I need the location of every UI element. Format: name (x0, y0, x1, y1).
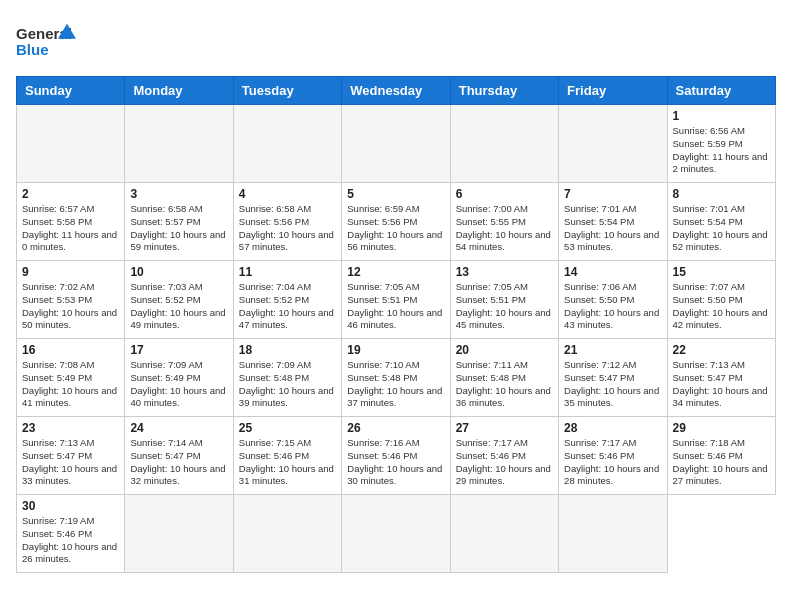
day-number: 28 (564, 421, 661, 435)
day-number: 29 (673, 421, 770, 435)
day-number: 11 (239, 265, 336, 279)
day-info: Sunrise: 7:06 AMSunset: 5:50 PMDaylight:… (564, 281, 661, 332)
day-number: 19 (347, 343, 444, 357)
svg-text:Blue: Blue (16, 41, 49, 58)
day-number: 13 (456, 265, 553, 279)
day-number: 15 (673, 265, 770, 279)
day-info: Sunrise: 7:08 AMSunset: 5:49 PMDaylight:… (22, 359, 119, 410)
weekday-header-friday: Friday (559, 77, 667, 105)
day-info: Sunrise: 6:56 AMSunset: 5:59 PMDaylight:… (673, 125, 770, 176)
calendar-cell (559, 105, 667, 183)
day-info: Sunrise: 7:13 AMSunset: 5:47 PMDaylight:… (22, 437, 119, 488)
day-number: 6 (456, 187, 553, 201)
day-info: Sunrise: 7:17 AMSunset: 5:46 PMDaylight:… (456, 437, 553, 488)
calendar-cell: 21Sunrise: 7:12 AMSunset: 5:47 PMDayligh… (559, 339, 667, 417)
day-info: Sunrise: 7:13 AMSunset: 5:47 PMDaylight:… (673, 359, 770, 410)
day-number: 30 (22, 499, 119, 513)
day-number: 26 (347, 421, 444, 435)
calendar-body: 1Sunrise: 6:56 AMSunset: 5:59 PMDaylight… (17, 105, 776, 573)
calendar-cell: 9Sunrise: 7:02 AMSunset: 5:53 PMDaylight… (17, 261, 125, 339)
calendar-row: 23Sunrise: 7:13 AMSunset: 5:47 PMDayligh… (17, 417, 776, 495)
page: General Blue SundayMondayTuesdayWednesda… (0, 0, 792, 589)
calendar-cell: 17Sunrise: 7:09 AMSunset: 5:49 PMDayligh… (125, 339, 233, 417)
day-info: Sunrise: 7:07 AMSunset: 5:50 PMDaylight:… (673, 281, 770, 332)
calendar-cell: 27Sunrise: 7:17 AMSunset: 5:46 PMDayligh… (450, 417, 558, 495)
weekday-header-monday: Monday (125, 77, 233, 105)
calendar-cell (125, 105, 233, 183)
day-number: 2 (22, 187, 119, 201)
calendar-cell (450, 105, 558, 183)
calendar-cell (17, 105, 125, 183)
calendar-cell: 1Sunrise: 6:56 AMSunset: 5:59 PMDaylight… (667, 105, 775, 183)
day-number: 4 (239, 187, 336, 201)
day-number: 20 (456, 343, 553, 357)
calendar-cell: 8Sunrise: 7:01 AMSunset: 5:54 PMDaylight… (667, 183, 775, 261)
calendar-cell: 6Sunrise: 7:00 AMSunset: 5:55 PMDaylight… (450, 183, 558, 261)
day-number: 12 (347, 265, 444, 279)
calendar-cell: 22Sunrise: 7:13 AMSunset: 5:47 PMDayligh… (667, 339, 775, 417)
day-number: 5 (347, 187, 444, 201)
day-number: 14 (564, 265, 661, 279)
calendar-cell: 13Sunrise: 7:05 AMSunset: 5:51 PMDayligh… (450, 261, 558, 339)
day-number: 22 (673, 343, 770, 357)
day-info: Sunrise: 7:05 AMSunset: 5:51 PMDaylight:… (347, 281, 444, 332)
day-number: 3 (130, 187, 227, 201)
day-info: Sunrise: 7:15 AMSunset: 5:46 PMDaylight:… (239, 437, 336, 488)
day-info: Sunrise: 7:09 AMSunset: 5:49 PMDaylight:… (130, 359, 227, 410)
calendar-cell: 29Sunrise: 7:18 AMSunset: 5:46 PMDayligh… (667, 417, 775, 495)
day-info: Sunrise: 7:01 AMSunset: 5:54 PMDaylight:… (564, 203, 661, 254)
day-number: 21 (564, 343, 661, 357)
calendar-row: 30Sunrise: 7:19 AMSunset: 5:46 PMDayligh… (17, 495, 776, 573)
day-number: 17 (130, 343, 227, 357)
calendar-cell: 23Sunrise: 7:13 AMSunset: 5:47 PMDayligh… (17, 417, 125, 495)
day-number: 10 (130, 265, 227, 279)
weekday-header-row: SundayMondayTuesdayWednesdayThursdayFrid… (17, 77, 776, 105)
header: General Blue (16, 16, 776, 66)
day-info: Sunrise: 6:58 AMSunset: 5:56 PMDaylight:… (239, 203, 336, 254)
calendar-cell: 25Sunrise: 7:15 AMSunset: 5:46 PMDayligh… (233, 417, 341, 495)
calendar-cell: 30Sunrise: 7:19 AMSunset: 5:46 PMDayligh… (17, 495, 125, 573)
day-number: 8 (673, 187, 770, 201)
day-info: Sunrise: 7:12 AMSunset: 5:47 PMDaylight:… (564, 359, 661, 410)
weekday-header-sunday: Sunday (17, 77, 125, 105)
calendar-cell: 20Sunrise: 7:11 AMSunset: 5:48 PMDayligh… (450, 339, 558, 417)
calendar-cell (125, 495, 233, 573)
calendar-cell: 11Sunrise: 7:04 AMSunset: 5:52 PMDayligh… (233, 261, 341, 339)
calendar-cell: 14Sunrise: 7:06 AMSunset: 5:50 PMDayligh… (559, 261, 667, 339)
day-info: Sunrise: 7:09 AMSunset: 5:48 PMDaylight:… (239, 359, 336, 410)
calendar-cell (233, 495, 341, 573)
day-info: Sunrise: 7:03 AMSunset: 5:52 PMDaylight:… (130, 281, 227, 332)
day-number: 25 (239, 421, 336, 435)
day-number: 9 (22, 265, 119, 279)
day-info: Sunrise: 7:14 AMSunset: 5:47 PMDaylight:… (130, 437, 227, 488)
calendar-row: 9Sunrise: 7:02 AMSunset: 5:53 PMDaylight… (17, 261, 776, 339)
calendar-cell: 18Sunrise: 7:09 AMSunset: 5:48 PMDayligh… (233, 339, 341, 417)
calendar-cell (342, 495, 450, 573)
calendar-row: 2Sunrise: 6:57 AMSunset: 5:58 PMDaylight… (17, 183, 776, 261)
calendar-cell: 24Sunrise: 7:14 AMSunset: 5:47 PMDayligh… (125, 417, 233, 495)
calendar-cell: 7Sunrise: 7:01 AMSunset: 5:54 PMDaylight… (559, 183, 667, 261)
day-info: Sunrise: 6:58 AMSunset: 5:57 PMDaylight:… (130, 203, 227, 254)
calendar-cell: 3Sunrise: 6:58 AMSunset: 5:57 PMDaylight… (125, 183, 233, 261)
logo-icon: General Blue (16, 16, 76, 66)
calendar-table: SundayMondayTuesdayWednesdayThursdayFrid… (16, 76, 776, 573)
day-info: Sunrise: 7:02 AMSunset: 5:53 PMDaylight:… (22, 281, 119, 332)
weekday-header-saturday: Saturday (667, 77, 775, 105)
calendar-row: 1Sunrise: 6:56 AMSunset: 5:59 PMDaylight… (17, 105, 776, 183)
calendar-cell (559, 495, 667, 573)
day-info: Sunrise: 7:18 AMSunset: 5:46 PMDaylight:… (673, 437, 770, 488)
logo: General Blue (16, 16, 80, 66)
calendar-cell (233, 105, 341, 183)
day-number: 7 (564, 187, 661, 201)
day-number: 24 (130, 421, 227, 435)
day-info: Sunrise: 7:01 AMSunset: 5:54 PMDaylight:… (673, 203, 770, 254)
calendar-cell: 2Sunrise: 6:57 AMSunset: 5:58 PMDaylight… (17, 183, 125, 261)
day-info: Sunrise: 7:00 AMSunset: 5:55 PMDaylight:… (456, 203, 553, 254)
calendar-cell: 26Sunrise: 7:16 AMSunset: 5:46 PMDayligh… (342, 417, 450, 495)
calendar-cell: 4Sunrise: 6:58 AMSunset: 5:56 PMDaylight… (233, 183, 341, 261)
calendar-cell: 16Sunrise: 7:08 AMSunset: 5:49 PMDayligh… (17, 339, 125, 417)
day-info: Sunrise: 7:17 AMSunset: 5:46 PMDaylight:… (564, 437, 661, 488)
calendar-cell: 28Sunrise: 7:17 AMSunset: 5:46 PMDayligh… (559, 417, 667, 495)
logo-svg-container: General Blue (16, 16, 76, 66)
day-info: Sunrise: 7:16 AMSunset: 5:46 PMDaylight:… (347, 437, 444, 488)
